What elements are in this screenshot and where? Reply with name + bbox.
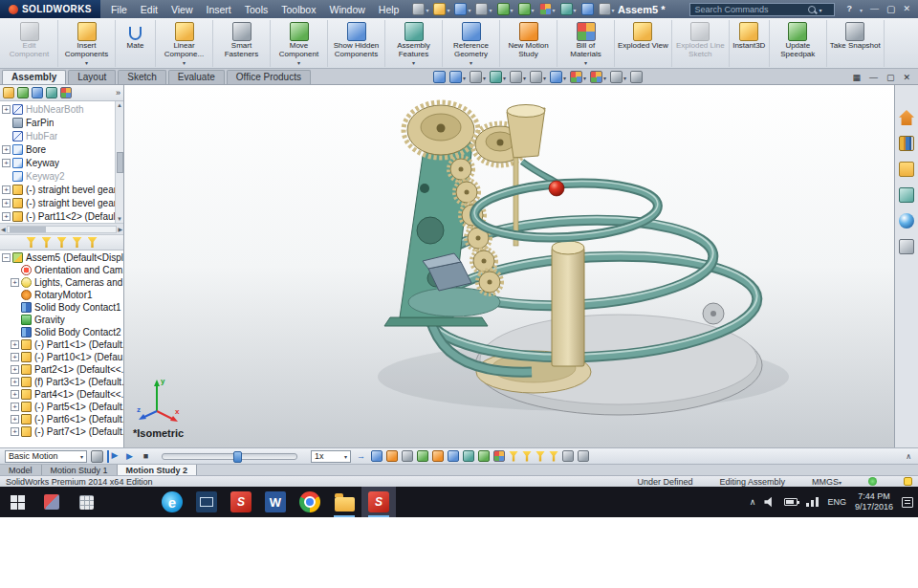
print-button[interactable] xyxy=(474,2,492,16)
tree-item[interactable]: +(-) Part1<1> (Default... xyxy=(0,338,123,351)
pinned-app-1[interactable] xyxy=(34,487,69,517)
plus-expander-icon[interactable]: + xyxy=(11,403,19,411)
smart-fasteners-button[interactable]: Smart Fasteners xyxy=(213,20,271,67)
gravity-element-icon[interactable] xyxy=(478,450,490,462)
filter-results-icon[interactable] xyxy=(88,237,98,248)
zoom-area-button[interactable] xyxy=(449,71,466,83)
mate-button[interactable]: Mate xyxy=(116,20,156,67)
exploded-line-sketch-button[interactable]: Exploded Line Sketch xyxy=(672,20,730,67)
scroll-left-icon[interactable] xyxy=(1,227,6,232)
apply-scene-button[interactable] xyxy=(590,71,606,83)
study-type-select[interactable]: Basic Motion xyxy=(5,450,87,463)
center-post[interactable] xyxy=(552,241,584,366)
study-tab-motion-study-2[interactable]: Motion Study 2 xyxy=(118,465,198,475)
marble-ball[interactable] xyxy=(549,181,564,196)
camera-button[interactable] xyxy=(630,71,643,83)
minimize-button[interactable] xyxy=(870,5,879,13)
tree-item[interactable]: +(-) Part5<1> (Default... xyxy=(0,401,123,413)
minimize-doc-icon[interactable]: — xyxy=(869,74,878,82)
home-icon[interactable] xyxy=(899,110,914,125)
take-snapshot-button[interactable]: Take Snapshot xyxy=(827,20,885,67)
tree-item[interactable]: Orientation and Cam... xyxy=(0,264,123,276)
collapse-motionmanager-button[interactable]: ∧ xyxy=(906,452,913,461)
selection-filter-button[interactable] xyxy=(538,2,557,16)
close-button[interactable] xyxy=(903,5,910,13)
linear-component-pattern-button[interactable]: Linear Compone... xyxy=(156,20,213,67)
tree-item[interactable]: +Bore xyxy=(0,142,123,156)
search-box[interactable] xyxy=(689,3,835,16)
tree-item[interactable]: Solid Body Contact1 xyxy=(0,301,123,314)
tree-item[interactable]: +Part4<1> (Default<<... xyxy=(0,388,123,401)
plus-expander-icon[interactable]: + xyxy=(2,159,11,167)
edit-appearance-button[interactable] xyxy=(570,71,586,83)
overflow-chevrons-icon[interactable] xyxy=(116,88,120,98)
plus-expander-icon[interactable]: + xyxy=(2,145,11,154)
filter-selected-icon[interactable] xyxy=(73,237,82,248)
stop-icon[interactable]: ■ xyxy=(140,450,152,463)
plus-expander-icon[interactable]: + xyxy=(11,415,19,424)
display-style-button[interactable] xyxy=(530,71,546,83)
scroll-thumb[interactable] xyxy=(117,152,123,173)
volume-icon[interactable] xyxy=(764,497,776,508)
zoom-in-timeline-icon[interactable] xyxy=(562,450,574,462)
tree-item[interactable]: FarPin xyxy=(0,116,123,129)
auto-key-icon[interactable] xyxy=(402,450,413,462)
scroll-down-icon[interactable] xyxy=(117,216,122,222)
chevron-up-icon[interactable]: ∧ xyxy=(750,497,756,507)
tree-item[interactable]: RotaryMotor1 xyxy=(0,289,123,301)
menu-edit[interactable]: Edit xyxy=(134,2,164,17)
scroll-up-icon[interactable] xyxy=(117,102,122,108)
tree-item[interactable]: +HubNearBoth xyxy=(0,102,123,116)
bill-of-materials-button[interactable]: Bill of Materials xyxy=(557,20,615,67)
hide-show-items-button[interactable] xyxy=(550,71,566,83)
plus-expander-icon[interactable]: + xyxy=(2,212,11,221)
tab-assembly[interactable]: Assembly xyxy=(2,70,66,84)
file-explorer-app[interactable] xyxy=(327,487,361,517)
zoom-out-timeline-icon[interactable] xyxy=(578,450,589,462)
plus-expander-icon[interactable]: + xyxy=(11,365,19,374)
spring-element-icon[interactable] xyxy=(448,450,459,462)
mail-app[interactable] xyxy=(189,487,224,517)
view-settings-button[interactable] xyxy=(610,71,626,83)
tree-item[interactable]: −Assem5 (Default<Displa... xyxy=(0,251,123,264)
tree-item[interactable]: +(-) straight bevel gear_iso xyxy=(0,196,123,209)
tree-item[interactable]: Solid Body Contact2 xyxy=(0,326,123,338)
edge-app[interactable] xyxy=(155,487,189,517)
scroll-track[interactable] xyxy=(7,226,118,233)
upper-loop[interactable] xyxy=(473,177,660,242)
search-caret-icon[interactable] xyxy=(819,4,821,15)
action-center-icon[interactable] xyxy=(902,497,913,508)
featuremanager-tab-icon[interactable] xyxy=(3,87,14,98)
tree-item[interactable]: Gravity xyxy=(0,314,123,326)
tab-office-products[interactable]: Office Products xyxy=(227,70,311,84)
previous-view-button[interactable] xyxy=(470,71,486,83)
plus-expander-icon[interactable]: + xyxy=(11,378,19,386)
solidworks-app[interactable] xyxy=(361,487,396,517)
status-ok-icon[interactable] xyxy=(868,477,877,486)
assembly-model[interactable] xyxy=(124,85,894,447)
filter-driving-icon[interactable] xyxy=(57,237,67,248)
assembly-features-button[interactable]: Assembly Features xyxy=(385,20,443,67)
study-tab-model[interactable]: Model xyxy=(0,465,42,475)
tab-layout[interactable]: Layout xyxy=(68,70,116,84)
minus-expander-icon[interactable]: − xyxy=(2,253,11,262)
file-explorer-icon[interactable] xyxy=(899,162,914,177)
propertymanager-tab-icon[interactable] xyxy=(17,87,29,98)
help-button[interactable] xyxy=(846,5,852,13)
tree-item[interactable]: HubFar xyxy=(0,129,123,142)
exploded-view-button[interactable]: Exploded View xyxy=(615,20,672,67)
undo-button[interactable] xyxy=(496,2,514,16)
plus-expander-icon[interactable]: + xyxy=(2,199,11,207)
tree-item[interactable]: +Lights, Cameras and ... xyxy=(0,276,123,289)
update-speedpak-button[interactable]: Update Speedpak xyxy=(770,20,827,67)
plus-expander-icon[interactable]: + xyxy=(11,340,19,349)
play-from-start-icon[interactable]: ▶ xyxy=(107,450,120,463)
maximize-button[interactable] xyxy=(886,5,895,14)
filter-driving-icon[interactable] xyxy=(522,451,532,462)
configurationmanager-tab-icon[interactable] xyxy=(32,87,43,98)
pinned-app-2[interactable] xyxy=(69,487,103,517)
tab-evaluate[interactable]: Evaluate xyxy=(168,70,225,84)
timeline-slider[interactable] xyxy=(162,453,297,460)
options-button[interactable] xyxy=(598,2,616,16)
start-button[interactable] xyxy=(0,487,34,517)
